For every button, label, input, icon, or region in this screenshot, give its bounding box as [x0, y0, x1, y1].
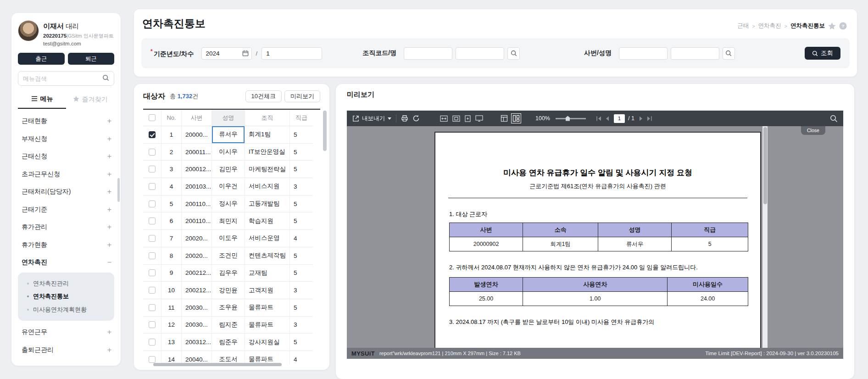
- export-button[interactable]: 내보내기: [352, 115, 391, 123]
- column-header-3[interactable]: 성명: [212, 110, 245, 126]
- expand-icon[interactable]: +: [107, 170, 111, 178]
- round-input[interactable]: [262, 47, 322, 60]
- sidebar-item-10[interactable]: 출퇴근관리+: [18, 341, 114, 359]
- help-icon[interactable]: ?: [839, 22, 847, 30]
- table-row-14[interactable]: 1420040...조도서물류파트4: [143, 351, 320, 364]
- breadcrumb-item-1[interactable]: 연차촉진: [758, 22, 781, 30]
- expand-icon[interactable]: +: [107, 117, 111, 125]
- table-row-10[interactable]: 10200212...강민윤고객지원3: [143, 282, 320, 299]
- sidebar-item-7[interactable]: 휴가현황+: [18, 236, 114, 254]
- table-row-2[interactable]: 2200011...이시우IT보안운영실5: [143, 144, 320, 161]
- row-checkbox[interactable]: [149, 217, 156, 224]
- table-row-3[interactable]: 3200012...김민우마케팅전략실5: [143, 161, 320, 178]
- viewer-scrollbar[interactable]: [762, 126, 768, 348]
- table-row-5[interactable]: 5200110...정시우고등개발팀5: [143, 195, 320, 213]
- sidebar-item-5[interactable]: 근태기준+: [18, 201, 114, 219]
- favorite-star-icon[interactable]: [828, 22, 836, 30]
- table-row-11[interactable]: 1120030...조우윤물류파트5: [143, 299, 320, 317]
- menu-search-input[interactable]: [23, 75, 102, 82]
- view-single-page-icon[interactable]: [500, 114, 509, 123]
- clock-in-button[interactable]: 출근: [18, 53, 65, 65]
- emp-name-input[interactable]: [671, 47, 719, 60]
- row-checkbox[interactable]: [149, 166, 156, 173]
- sidebar-item-9[interactable]: 유연근무+: [18, 323, 114, 341]
- sidebar-subitem-1[interactable]: 연차촉진통보: [18, 290, 114, 303]
- preview-button[interactable]: 미리보기: [284, 90, 320, 102]
- expand-icon[interactable]: +: [107, 241, 111, 249]
- row-checkbox[interactable]: [149, 356, 156, 363]
- next-page-icon[interactable]: [639, 116, 643, 121]
- expand-icon[interactable]: +: [107, 135, 111, 143]
- row-checkbox[interactable]: [149, 183, 156, 190]
- row-checkbox[interactable]: [149, 339, 156, 346]
- row-checkbox[interactable]: [149, 304, 156, 311]
- expand-icon[interactable]: +: [107, 346, 111, 354]
- table-row-7[interactable]: 720020...이도우서비스운영4: [143, 230, 320, 247]
- emp-no-input[interactable]: [619, 47, 668, 60]
- row-checkbox[interactable]: [149, 201, 156, 207]
- last-page-icon[interactable]: [646, 116, 652, 121]
- expand-icon[interactable]: +: [107, 206, 111, 214]
- row-checkbox[interactable]: [149, 252, 156, 259]
- sidebar-item-2[interactable]: 근태신청+: [18, 148, 114, 166]
- table-horizontal-scrollbar[interactable]: [153, 363, 282, 366]
- column-header-4[interactable]: 조직: [245, 110, 290, 126]
- expand-icon[interactable]: +: [107, 152, 111, 161]
- row-checkbox[interactable]: [149, 131, 156, 138]
- row-checkbox[interactable]: [149, 287, 156, 294]
- row-checkbox[interactable]: [149, 235, 156, 242]
- sidebar-item-6[interactable]: 휴가관리+: [18, 218, 114, 236]
- view-continuous-icon[interactable]: [512, 114, 521, 123]
- table-row-8[interactable]: 820020...조건민컨텐츠제작팀5: [143, 247, 320, 265]
- fit-width-icon[interactable]: [440, 115, 448, 122]
- table-row-9[interactable]: 9200212...김우우교재팀5: [143, 265, 320, 282]
- viewer-scrollbar-thumb[interactable]: [763, 127, 767, 204]
- sidebar-scrollbar[interactable]: [117, 178, 120, 202]
- zoom-slider-thumb[interactable]: [566, 116, 570, 121]
- sidebar-item-3[interactable]: 초과근무신청+: [18, 166, 114, 184]
- column-header-5[interactable]: 직급: [290, 110, 313, 126]
- row-checkbox[interactable]: [149, 269, 156, 276]
- page-number-input[interactable]: 1: [614, 114, 625, 123]
- expand-icon[interactable]: +: [107, 328, 111, 336]
- expand-icon[interactable]: +: [107, 223, 111, 231]
- column-header-1[interactable]: No.: [161, 110, 182, 126]
- row-checkbox[interactable]: [149, 149, 156, 156]
- fullscreen-icon[interactable]: [475, 115, 483, 122]
- magnifier-icon[interactable]: [830, 115, 838, 123]
- refresh-icon[interactable]: [412, 115, 420, 122]
- print-icon[interactable]: [401, 115, 408, 122]
- fit-page-icon[interactable]: [452, 115, 460, 122]
- collapse-icon[interactable]: −: [107, 258, 111, 267]
- breadcrumb-item-0[interactable]: 근태: [737, 22, 749, 30]
- zoom-slider[interactable]: [556, 118, 586, 119]
- expand-icon[interactable]: +: [107, 188, 111, 196]
- table-row-13[interactable]: 13200312...림준우강사지원실5: [143, 334, 320, 351]
- emp-search-button[interactable]: [723, 47, 735, 60]
- actual-size-icon[interactable]: [465, 115, 471, 122]
- query-button[interactable]: 조회: [805, 47, 840, 60]
- year-input[interactable]: [201, 47, 252, 60]
- table-row-1[interactable]: 120000...류서우회계1팀5: [143, 126, 320, 144]
- tab-menu[interactable]: 메뉴: [18, 95, 66, 109]
- select-all-cell[interactable]: [143, 110, 161, 126]
- menu-search[interactable]: [18, 71, 114, 86]
- prev-page-icon[interactable]: [605, 116, 609, 121]
- table-row-12[interactable]: 1220030...림지준물류파트3: [143, 317, 320, 334]
- close-button[interactable]: Close: [801, 126, 825, 135]
- column-header-2[interactable]: 사번: [182, 110, 212, 126]
- org-search-button[interactable]: [507, 47, 520, 60]
- sidebar-subitem-2[interactable]: 미사용연차계획현황: [18, 303, 114, 317]
- tab-favorites[interactable]: 즐겨찾기: [66, 95, 114, 109]
- sidebar-item-0[interactable]: 근태현황+: [18, 112, 114, 130]
- clock-out-button[interactable]: 퇴근: [68, 53, 115, 65]
- sidebar-item-1[interactable]: 부재신청+: [18, 130, 114, 148]
- table-row-4[interactable]: 4200103...이우건서비스지원3: [143, 178, 320, 195]
- sidebar-subitem-0[interactable]: 연차촉진관리: [18, 277, 114, 290]
- table-row-6[interactable]: 6200110...최민지학습지원5: [143, 212, 320, 230]
- sidebar-item-4[interactable]: 근태처리(담당자)+: [18, 183, 114, 201]
- check-10-button[interactable]: 10건체크: [245, 90, 282, 102]
- first-page-icon[interactable]: [596, 116, 602, 121]
- sidebar-item-8[interactable]: 연차촉진−: [18, 254, 114, 272]
- org-name-input[interactable]: [456, 47, 504, 60]
